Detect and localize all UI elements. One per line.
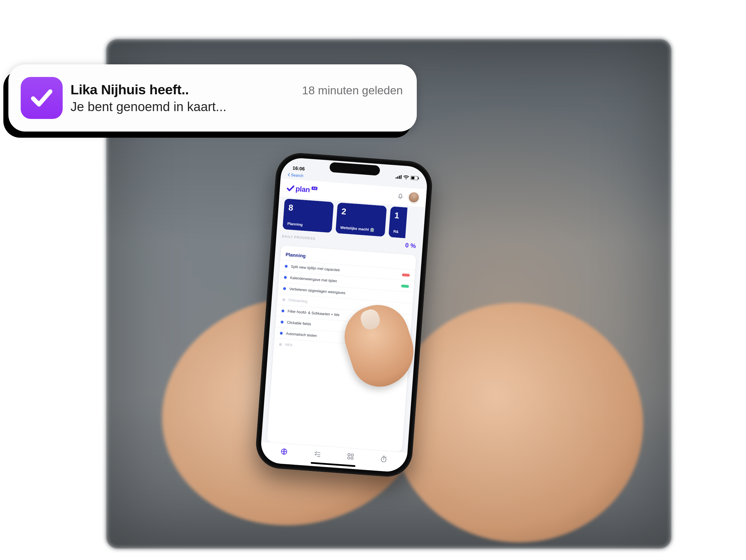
svg-rect-7 [418,177,419,179]
svg-rect-12 [351,457,353,459]
svg-rect-3 [400,175,402,179]
svg-rect-9 [348,453,350,456]
tile-planning[interactable]: 8 Planning [283,198,334,233]
battery-icon [411,176,419,180]
avatar[interactable] [408,191,420,203]
tile-label: Wettelijke macht 🏛️ [340,225,381,232]
status-dot-icon [280,332,283,335]
status-dot-icon [279,343,282,346]
svg-rect-1 [397,176,398,178]
priority-pill [402,273,410,277]
tile-label: Planning [287,221,328,229]
svg-rect-2 [399,175,400,179]
checkmark-icon [29,85,55,111]
grid-icon [347,452,354,460]
tile-partial[interactable]: 1 R& [389,206,407,238]
back-search-label: Search [291,173,304,178]
status-dot-icon [283,287,286,290]
tile-wettelijke-macht[interactable]: 2 Wettelijke macht 🏛️ [335,202,387,237]
signal-icon [396,175,402,179]
progress-label: DAILY PROGRESS [282,234,316,241]
globe-icon [280,448,288,455]
svg-point-4 [405,178,406,179]
status-icons [396,175,419,180]
notifications-button[interactable] [396,192,405,201]
status-dot-icon [282,298,285,301]
nav-grid[interactable] [345,451,355,461]
phone-screen: 16:06 Search plan 4.0 [260,157,429,473]
logo-badge: 4.0 [312,187,317,190]
notification-toast[interactable]: Lika Nijhuis heeft.. 18 minuten geleden … [8,64,417,132]
svg-rect-0 [396,177,397,179]
wifi-icon [403,175,409,180]
app-icon [21,77,63,119]
svg-rect-11 [347,457,350,459]
tile-value: 8 [288,203,329,215]
logo-check-icon [286,184,295,193]
back-search-link[interactable]: Search [288,172,304,178]
logo-text: plan [295,185,310,194]
progress-value: 0 % [405,242,416,250]
status-dot-icon [281,309,284,312]
stopwatch-icon [379,455,388,463]
chevron-left-icon [288,173,291,176]
status-dot-icon [285,265,288,268]
nav-timer[interactable] [379,454,388,464]
notification-title: Lika Nijhuis heeft.. [70,82,189,97]
tile-value: 2 [341,206,382,219]
priority-pill [401,284,409,288]
app-logo[interactable]: plan 4.0 [286,184,318,195]
bell-icon [397,193,404,200]
svg-rect-10 [351,454,353,456]
notification-time: 18 minuten geleden [302,84,404,97]
status-time: 16:06 [292,165,305,172]
tile-value: 1 [394,211,407,221]
nav-checklist[interactable] [312,449,322,459]
status-dot-icon [281,320,284,324]
status-dot-icon [284,276,287,279]
nav-globe[interactable] [279,447,289,456]
svg-rect-6 [411,176,414,179]
phone-mockup: 16:06 Search plan 4.0 [254,151,434,478]
checklist-icon [313,450,321,458]
tile-label: R& [393,229,406,234]
notification-body: Je bent genoemd in kaart... [70,99,404,114]
